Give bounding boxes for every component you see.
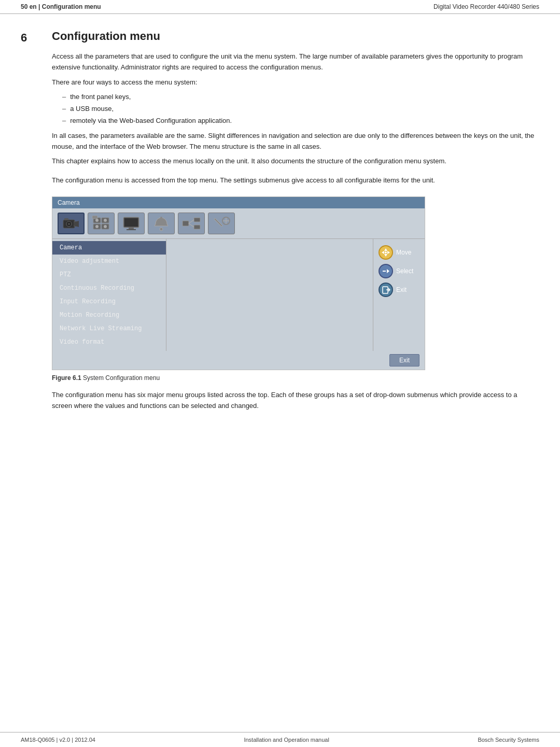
right-controls: Move Select bbox=[373, 239, 425, 351]
alarm-icon bbox=[151, 216, 171, 231]
menu-item-video-adjustment[interactable]: Video adjustment bbox=[52, 255, 166, 268]
camera-icon bbox=[61, 216, 81, 231]
menu-item-video-format[interactable]: Video format bbox=[52, 335, 166, 349]
svg-rect-14 bbox=[92, 216, 97, 219]
svg-point-31 bbox=[385, 251, 387, 253]
intro-paragraph-2: There are four ways to access the menu s… bbox=[52, 77, 539, 88]
screenshot-footer: Exit bbox=[52, 351, 425, 370]
footer-left: AM18-Q0605 | v2.0 | 2012.04 bbox=[21, 737, 95, 743]
exit-icon bbox=[379, 283, 393, 297]
main-content: Configuration menu Access all the parame… bbox=[0, 14, 560, 431]
select-enter-icon bbox=[381, 266, 390, 276]
menu-item-input-recording[interactable]: Input Recording bbox=[52, 295, 166, 308]
network-icon-btn[interactable] bbox=[178, 213, 205, 234]
tool-icon-btn[interactable] bbox=[208, 213, 235, 234]
svg-point-13 bbox=[104, 225, 107, 228]
footer-bar: AM18-Q0605 | v2.0 | 2012.04 Installation… bbox=[0, 732, 560, 747]
conclusion-paragraph: The configuration menu has six major men… bbox=[52, 390, 539, 412]
menu-area: Camera Video adjustment PTZ Continuous R… bbox=[52, 239, 425, 351]
header-bar: 50 en | Configuration menu Digital Video… bbox=[0, 0, 560, 14]
monitor-icon-btn[interactable] bbox=[118, 213, 145, 234]
svg-rect-23 bbox=[194, 225, 200, 229]
select-label: Select bbox=[396, 267, 413, 275]
menu-item-camera[interactable]: Camera bbox=[52, 241, 166, 255]
menu-item-network-live-streaming[interactable]: Network Live Streaming bbox=[52, 322, 166, 335]
svg-rect-22 bbox=[194, 218, 200, 222]
body-paragraph-4: The configuration menu is accessed from … bbox=[52, 175, 539, 186]
svg-marker-30 bbox=[387, 251, 390, 254]
svg-point-19 bbox=[160, 228, 163, 231]
svg-point-2 bbox=[68, 222, 71, 225]
svg-point-11 bbox=[104, 219, 107, 222]
move-control[interactable]: Move bbox=[379, 245, 411, 260]
select-control[interactable]: Select bbox=[379, 264, 413, 278]
screenshot-title: Camera bbox=[58, 199, 80, 206]
header-left: 50 en | Configuration menu bbox=[21, 3, 101, 10]
tool-icon bbox=[212, 216, 231, 231]
exit-door-icon bbox=[381, 285, 390, 294]
body-paragraph-2: In all cases, the parameters available a… bbox=[52, 131, 539, 152]
dash-1: – bbox=[62, 92, 66, 103]
figure-caption: Figure 6.1 System Configuration menu bbox=[52, 374, 539, 382]
monitor-icon bbox=[121, 216, 141, 231]
svg-marker-28 bbox=[384, 254, 387, 257]
screenshot-titlebar: Camera bbox=[52, 197, 425, 208]
exit-button[interactable]: Exit bbox=[389, 354, 419, 367]
chapter-number: 6 bbox=[21, 31, 27, 45]
list-item-1: – the front panel keys, bbox=[62, 92, 539, 103]
list-item-text-1: the front panel keys, bbox=[70, 92, 131, 103]
menu-item-ptz[interactable]: PTZ bbox=[52, 268, 166, 281]
chapter-title: Configuration menu bbox=[52, 30, 539, 43]
access-methods-list: – the front panel keys, – a USB mouse, –… bbox=[62, 92, 539, 126]
menu-content-area bbox=[166, 239, 373, 351]
list-item-text-3: remotely via the Web-based Configuration… bbox=[70, 116, 232, 126]
figure-label: Figure 6.1 bbox=[52, 374, 81, 382]
network-icon bbox=[181, 216, 201, 231]
menu-item-continuous-recording[interactable]: Continuous Recording bbox=[52, 281, 166, 295]
move-arrows-icon bbox=[381, 248, 390, 257]
svg-line-25 bbox=[189, 223, 194, 227]
svg-line-24 bbox=[189, 220, 194, 223]
list-item-text-2: a USB mouse, bbox=[70, 104, 114, 115]
alarm-icon-btn[interactable] bbox=[148, 213, 175, 234]
intro-paragraph-1: Access all the parameters that are used … bbox=[52, 51, 539, 73]
svg-marker-27 bbox=[384, 248, 387, 251]
figure-text: System Configuration menu bbox=[83, 374, 160, 382]
footer-center: Installation and Operation manual bbox=[244, 737, 329, 743]
footer-right: Bosch Security Systems bbox=[478, 737, 539, 743]
dash-2: – bbox=[62, 104, 66, 115]
select-icon bbox=[379, 264, 393, 278]
svg-marker-29 bbox=[382, 251, 384, 254]
header-right: Digital Video Recorder 440/480 Series bbox=[433, 3, 539, 10]
svg-rect-21 bbox=[183, 221, 189, 226]
svg-point-12 bbox=[95, 225, 99, 228]
icon-toolbar bbox=[52, 208, 425, 239]
move-label: Move bbox=[396, 249, 411, 256]
menu-item-motion-recording[interactable]: Motion Recording bbox=[52, 308, 166, 322]
exit-control[interactable]: Exit bbox=[379, 283, 407, 297]
list-item-2: – a USB mouse, bbox=[62, 104, 539, 115]
list-item-3: – remotely via the Web-based Configurati… bbox=[62, 116, 539, 126]
svg-rect-20 bbox=[160, 217, 162, 219]
svg-rect-18 bbox=[127, 229, 136, 230]
body-paragraph-3: This chapter explains how to access the … bbox=[52, 156, 539, 167]
svg-rect-16 bbox=[124, 218, 138, 227]
move-icon bbox=[379, 245, 393, 260]
svg-point-10 bbox=[95, 219, 99, 222]
grid-settings-icon bbox=[91, 216, 111, 231]
camera-icon-btn[interactable] bbox=[58, 213, 85, 234]
menu-list: Camera Video adjustment PTZ Continuous R… bbox=[52, 239, 166, 351]
svg-rect-5 bbox=[64, 218, 68, 220]
screenshot-box: Camera bbox=[52, 196, 425, 370]
exit-label: Exit bbox=[396, 286, 407, 293]
settings-icon-btn[interactable] bbox=[88, 213, 115, 234]
dash-3: – bbox=[62, 116, 66, 126]
